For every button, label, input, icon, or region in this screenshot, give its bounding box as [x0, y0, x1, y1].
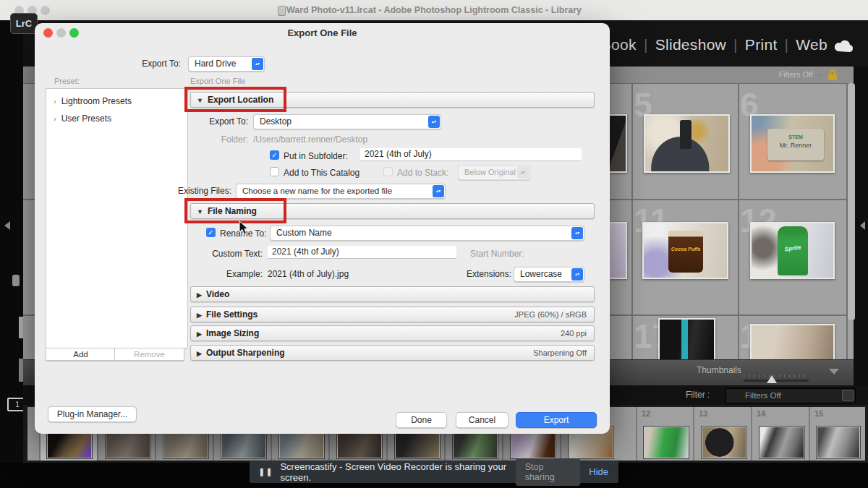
location-export-to-dropdown[interactable]: Desktop ▴▾ — [253, 114, 441, 129]
left-scrollbar-handle[interactable] — [12, 275, 20, 286]
example-value: 2021 (4th of July).jpg — [268, 269, 349, 279]
highlight-box-file-naming — [184, 198, 286, 223]
stepper-icon: ▴▾ — [571, 227, 583, 239]
stop-sharing-button[interactable]: Stop sharing — [516, 458, 581, 486]
export-to-value: Hard Drive — [195, 59, 236, 69]
preset-user-presets[interactable]: ›User Presets — [54, 114, 111, 124]
module-slideshow[interactable]: Slideshow — [655, 36, 726, 53]
add-to-catalog-checkbox[interactable] — [270, 167, 279, 176]
section-file-settings[interactable]: ▶File Settings JPEG (60%) / sRGB — [190, 307, 595, 322]
put-in-subfolder-checkbox[interactable]: ✓ — [270, 150, 279, 160]
module-print[interactable]: Print — [745, 36, 778, 53]
section-header-label: Image Sizing — [206, 328, 259, 338]
stack-position-dropdown[interactable]: Below Original ▴▾ — [458, 165, 530, 180]
section-image-sizing[interactable]: ▶Image Sizing 240 ppi — [190, 325, 595, 341]
export-dialog: Export One File Export To: Hard Drive ▴▾… — [35, 23, 610, 434]
add-to-stack-checkbox[interactable] — [383, 167, 393, 176]
photo-thumbnail-5[interactable] — [644, 114, 730, 173]
photo-thumbnail-6[interactable]: STEM Mr. Renner — [750, 114, 835, 173]
filter-lock-toggle[interactable] — [842, 390, 854, 401]
mouse-cursor — [239, 221, 250, 236]
filmstrip-cell-13[interactable]: 13 — [693, 407, 752, 461]
pause-icon[interactable]: ❚❚ — [258, 467, 273, 476]
extensions-value: Lowercase — [520, 269, 562, 279]
filmstrip-thumbnail[interactable] — [701, 426, 747, 459]
export-to-dropdown[interactable]: Hard Drive ▴▾ — [188, 56, 265, 72]
right-scrollbar-handle[interactable] — [848, 83, 855, 320]
location-export-to-value: Desktop — [260, 116, 292, 127]
filmstrip-cell-number: 12 — [642, 409, 650, 418]
disclosure-right-icon: ▶ — [191, 350, 206, 357]
filmstrip-cell-12[interactable]: 12 — [636, 407, 694, 461]
screencastify-message: Screencastify - Screen Video Recorder is… — [280, 461, 515, 483]
filmstrip-cell-14[interactable]: 14 — [751, 407, 810, 461]
section-video[interactable]: ▶Video — [190, 286, 595, 302]
grid-filters-status[interactable]: Filters Off — [779, 70, 813, 79]
stepper-icon: ▴▾ — [433, 185, 444, 197]
extensions-label: Extensions: — [467, 269, 511, 279]
preset-lightroom-presets[interactable]: ›Lightroom Presets — [54, 96, 132, 106]
filmstrip-cell-number: 14 — [757, 409, 765, 418]
photo-thumbnail-17[interactable] — [658, 318, 715, 361]
stepper-icon: ▴▾ — [428, 116, 440, 128]
hide-button[interactable]: Hide — [589, 466, 608, 477]
left-panel-collapse-icon[interactable] — [4, 221, 10, 230]
filmstrip-cell-15[interactable]: 15 — [809, 407, 867, 461]
dialog-title: Export One File — [35, 27, 610, 38]
rename-to-value: Custom Name — [276, 228, 332, 238]
photo-thumbnail-12[interactable]: Sprite — [750, 222, 835, 279]
start-number-label: Start Number: — [470, 249, 524, 259]
add-to-stack-label: Add to Stack: — [397, 168, 448, 178]
chevron-right-icon: › — [54, 114, 61, 123]
folder-label: Folder: — [176, 134, 248, 145]
grid-divider — [738, 83, 739, 359]
preset-item-label: Lightroom Presets — [61, 96, 132, 106]
sprite-label: Sprite — [778, 243, 809, 254]
grid-divider — [631, 83, 633, 359]
macos-titlebar: Ward Photo-v11.lrcat - Adobe Photoshop L… — [0, 0, 868, 21]
left-panel-rail: 1 — [0, 20, 23, 488]
module-web[interactable]: Web — [796, 36, 827, 53]
stack-position-value: Below Original — [464, 168, 516, 176]
cocoa-label: Cocoa Puffs — [668, 247, 703, 252]
export-button[interactable]: Export — [516, 412, 597, 428]
lightroom-logo: LrC — [10, 13, 38, 34]
cancel-button[interactable]: Cancel — [456, 412, 509, 428]
filter-dropdown[interactable]: Filters Off ⇕ — [726, 388, 856, 403]
preset-list: ›Lightroom Presets ›User Presets — [46, 88, 188, 348]
photo-thumbnail-18[interactable] — [750, 324, 835, 361]
add-preset-button[interactable]: Add — [46, 348, 116, 361]
section-header-label: Output Sharpening — [206, 348, 285, 358]
filter-lock-icon[interactable] — [827, 69, 838, 81]
photo-thumbnail-11[interactable]: Cocoa Puffs — [642, 222, 728, 279]
plugin-manager-button[interactable]: Plug-in Manager... — [48, 406, 137, 422]
cloud-sync-icon[interactable] — [833, 39, 855, 53]
put-in-subfolder-label: Put in Subfolder: — [284, 151, 348, 161]
section-summary: Sharpening Off — [533, 346, 587, 360]
name-tag: STEM Mr. Renner — [767, 129, 824, 160]
lantern-shape — [680, 120, 692, 149]
name-tag-name: Mr. Renner — [767, 142, 824, 149]
filmstrip-thumbnail[interactable] — [643, 426, 689, 459]
done-button[interactable]: Done — [396, 412, 447, 428]
custom-text-input[interactable]: 2021 (4th of July) — [268, 246, 456, 259]
remove-preset-button[interactable]: Remove — [114, 348, 184, 361]
thumbnails-slider-handle[interactable] — [767, 375, 777, 383]
add-to-catalog-label: Add to This Catalog — [284, 168, 359, 178]
filmstrip-cell-number: 13 — [699, 409, 707, 418]
filmstrip-thumbnail[interactable] — [816, 426, 861, 459]
existing-files-dropdown[interactable]: Choose a new name for the exported file … — [236, 184, 446, 199]
toolbar-chevron-down-icon[interactable] — [829, 369, 839, 374]
subfolder-input[interactable]: 2021 (4th of July) — [360, 148, 582, 161]
right-panel-collapse-icon[interactable] — [860, 221, 865, 230]
stepper-icon: ▴▾ — [252, 58, 263, 70]
filmstrip-thumbnail[interactable] — [759, 426, 805, 459]
name-tag-brand: STEM — [767, 134, 824, 140]
window-title: Ward Photo-v11.lrcat - Adobe Photoshop L… — [0, 5, 868, 15]
rename-to-dropdown[interactable]: Custom Name ▴▾ — [270, 226, 584, 241]
thumbnails-slider[interactable] — [744, 380, 809, 382]
sprite-bottle: Sprite — [778, 226, 808, 275]
rename-to-checkbox[interactable]: ✓ — [206, 228, 216, 237]
extensions-dropdown[interactable]: Lowercase ▴▾ — [514, 267, 584, 282]
section-output-sharpening[interactable]: ▶Output Sharpening Sharpening Off — [190, 345, 595, 361]
